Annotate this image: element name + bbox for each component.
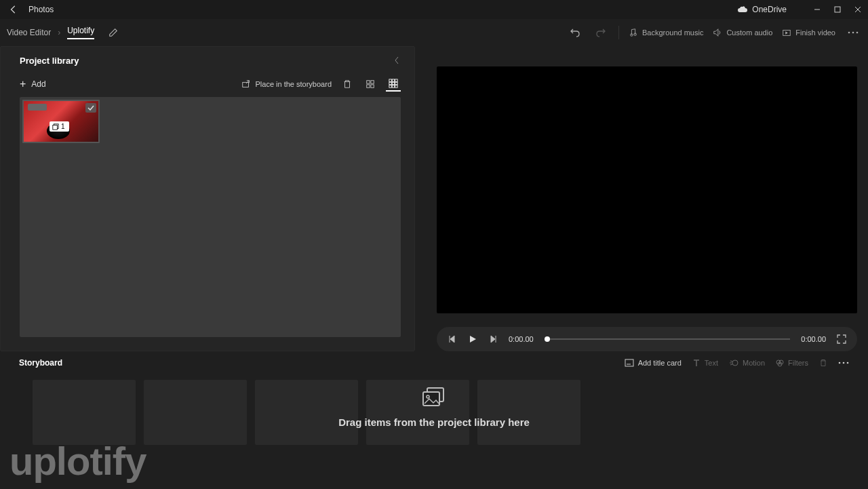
grid-small-button[interactable] — [363, 77, 378, 92]
add-media-button[interactable]: + Add — [20, 78, 46, 90]
thumbnail-count-badge: 1 — [50, 121, 69, 132]
finish-video-button[interactable]: Finish video — [782, 28, 835, 37]
delete-media-button[interactable] — [340, 77, 355, 92]
filters-icon — [776, 359, 784, 367]
svg-rect-6 — [243, 82, 249, 87]
svg-point-24 — [732, 360, 738, 366]
play-icon — [469, 335, 477, 343]
redo-button[interactable] — [593, 27, 609, 38]
ellipsis-icon — [838, 361, 849, 364]
storyboard-delete-button[interactable] — [819, 359, 827, 367]
project-library-title: Project library — [20, 56, 79, 66]
breadcrumb-root[interactable]: Video Editor — [7, 28, 51, 37]
breadcrumb: Video Editor › Uplotify — [7, 24, 121, 41]
image-stack-icon — [52, 123, 59, 130]
thumbnail-checkbox[interactable] — [85, 103, 96, 113]
undo-button[interactable] — [567, 27, 583, 38]
play-button[interactable] — [468, 334, 477, 344]
svg-rect-16 — [395, 82, 398, 85]
collapse-library-button[interactable] — [390, 54, 403, 67]
chevron-left-icon — [394, 56, 399, 64]
svg-rect-19 — [395, 85, 398, 88]
pencil-icon — [108, 28, 118, 37]
svg-rect-13 — [395, 79, 398, 82]
plus-icon: + — [20, 78, 26, 90]
title-bar: Photos OneDrive — [0, 0, 868, 19]
video-preview[interactable] — [437, 66, 857, 313]
motion-icon — [729, 359, 738, 367]
storyboard-hint: Drag items from the project library here — [19, 387, 849, 428]
audio-icon — [713, 28, 722, 37]
seek-slider[interactable] — [545, 338, 791, 340]
drop-media-icon — [422, 387, 446, 407]
export-icon — [782, 28, 791, 37]
redo-icon — [595, 27, 606, 38]
svg-point-30 — [847, 362, 849, 364]
step-back-icon — [448, 335, 456, 343]
storyboard-track[interactable]: Drag items from the project library here — [19, 380, 849, 448]
trash-icon — [342, 79, 352, 89]
svg-rect-8 — [371, 81, 374, 83]
storyboard-hint-text: Drag items from the project library here — [19, 416, 849, 428]
title-card-icon — [625, 359, 634, 367]
playback-bar: 0:00.00 0:00.00 — [437, 327, 857, 351]
svg-rect-18 — [392, 85, 395, 88]
fullscreen-icon — [837, 334, 846, 344]
cloud-icon — [737, 6, 748, 13]
filters-button[interactable]: Filters — [776, 359, 808, 367]
custom-audio-button[interactable]: Custom audio — [713, 28, 772, 37]
svg-rect-12 — [392, 79, 395, 82]
check-icon — [87, 105, 94, 111]
prev-frame-button[interactable] — [448, 334, 457, 344]
grid-small-icon — [366, 79, 375, 89]
svg-point-5 — [856, 32, 859, 34]
next-frame-button[interactable] — [488, 334, 498, 344]
storyboard-title: Storyboard — [19, 358, 62, 368]
edit-name-button[interactable] — [105, 24, 121, 41]
svg-rect-9 — [367, 85, 370, 87]
preview-panel: 0:00.00 0:00.00 — [415, 46, 868, 351]
maximize-button[interactable] — [827, 0, 848, 19]
media-thumbnail[interactable]: 1 — [22, 100, 100, 143]
svg-rect-21 — [53, 125, 58, 130]
breadcrumb-project[interactable]: Uplotify — [67, 26, 94, 39]
close-button[interactable] — [848, 0, 868, 19]
svg-point-28 — [839, 362, 841, 364]
svg-point-3 — [848, 32, 850, 34]
background-music-button[interactable]: Background music — [629, 28, 704, 37]
svg-rect-32 — [423, 392, 439, 406]
current-time: 0:00.00 — [509, 335, 534, 343]
toolbar: Video Editor › Uplotify Background music… — [0, 19, 868, 46]
svg-rect-1 — [835, 7, 840, 12]
music-icon — [629, 28, 638, 37]
svg-rect-7 — [367, 81, 370, 83]
text-icon — [692, 359, 701, 367]
svg-rect-11 — [389, 79, 392, 82]
svg-rect-14 — [389, 82, 392, 85]
text-button[interactable]: Text — [692, 359, 718, 367]
undo-icon — [570, 27, 580, 38]
chevron-right-icon: › — [58, 28, 60, 37]
svg-rect-17 — [389, 85, 392, 88]
ellipsis-icon — [848, 31, 859, 34]
onedrive-label: OneDrive — [752, 5, 787, 14]
trash-icon — [819, 359, 827, 367]
grid-large-button[interactable] — [386, 77, 401, 92]
storyboard-more-button[interactable] — [838, 361, 849, 364]
svg-rect-15 — [392, 82, 395, 85]
svg-point-4 — [852, 32, 854, 34]
storyboard-panel: Storyboard Add title card Text Motion Fi… — [0, 351, 868, 448]
app-title: Photos — [28, 5, 54, 14]
grid-large-icon — [389, 79, 398, 88]
add-title-card-button[interactable]: Add title card — [625, 359, 682, 367]
place-in-storyboard-button[interactable]: Place in the storyboard — [241, 79, 332, 89]
fullscreen-button[interactable] — [837, 334, 846, 344]
minimize-button[interactable] — [807, 0, 827, 19]
total-time: 0:00.00 — [801, 335, 826, 343]
library-grid[interactable]: 1 — [20, 97, 401, 337]
motion-button[interactable]: Motion — [729, 359, 765, 367]
more-button[interactable] — [845, 31, 861, 34]
onedrive-status[interactable]: OneDrive — [737, 5, 787, 14]
svg-rect-10 — [371, 85, 374, 87]
back-button[interactable] — [0, 0, 27, 19]
